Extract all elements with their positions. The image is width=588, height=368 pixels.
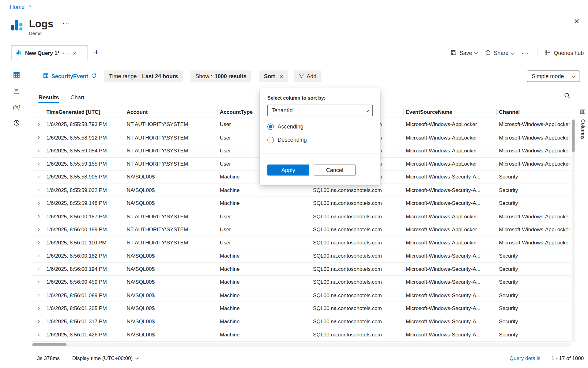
row-expand-icon[interactable] <box>36 149 40 152</box>
ascending-radio[interactable] <box>267 123 274 130</box>
toolbar-more-button[interactable]: ··· <box>522 50 530 56</box>
table-row[interactable]: 1/6/2025, 8:56:00.182 PM NA\SQL00$ Machi… <box>32 249 571 263</box>
cell-timegenerated: 1/6/2025, 8:56:01.317 PM <box>44 315 124 328</box>
row-expand-icon[interactable] <box>36 175 40 179</box>
cell-account: NA\SQL00$ <box>124 289 217 302</box>
row-expand-icon[interactable] <box>36 241 40 244</box>
table-row[interactable]: 1/6/2025, 8:56:00.187 PM NT AUTHORITY\SY… <box>32 210 571 223</box>
share-button[interactable]: Share <box>485 49 514 57</box>
row-expand-icon[interactable] <box>36 320 40 323</box>
query-tab[interactable]: New Query 1* ··· × <box>11 45 87 60</box>
logs-app-icon <box>10 18 24 34</box>
column-header-eventsourcename[interactable]: EventSourceName <box>403 106 496 117</box>
refresh-icon[interactable] <box>91 73 96 79</box>
horizontal-scrollbar-thumb[interactable] <box>32 343 67 346</box>
display-time-dropdown[interactable]: Display time (UTC+00:00) <box>72 355 138 361</box>
cell-eventsourcename: Microsoft-Windows-Security-A... <box>403 302 496 315</box>
cell-account: NT AUTHORITY\SYSTEM <box>124 131 217 144</box>
mode-value: Simple mode <box>532 73 564 79</box>
table-source-button[interactable]: SecurityEvent <box>43 73 96 79</box>
query-tab-icon <box>16 49 22 57</box>
row-expand-icon[interactable] <box>36 228 40 231</box>
table-row[interactable]: 1/6/2025, 8:55:59.032 PM NA\SQL00$ Machi… <box>32 184 571 197</box>
query-history-button[interactable] <box>11 117 22 128</box>
query-tab-close-icon[interactable]: × <box>73 50 76 56</box>
save-button[interactable]: Save <box>451 49 477 57</box>
descending-option[interactable]: Descending <box>267 136 373 144</box>
descending-radio[interactable] <box>267 136 274 143</box>
cell-eventsourcename: Microsoft-Windows-Security-A... <box>403 184 496 197</box>
cell-eventsourcename: Microsoft-Windows-Security-A... <box>403 289 496 302</box>
breadcrumb-home-link[interactable]: Home <box>10 4 24 10</box>
row-expand-icon[interactable] <box>36 162 40 166</box>
row-expand-icon[interactable] <box>36 136 40 139</box>
page-more-button[interactable]: ··· <box>62 20 70 26</box>
ascending-option[interactable]: Ascending <box>267 123 373 130</box>
cell-timegenerated: 1/6/2025, 8:55:59.155 PM <box>44 158 124 171</box>
table-row[interactable]: 1/6/2025, 8:55:59.148 PM NA\SQL00$ Machi… <box>32 197 571 210</box>
sort-remove-icon[interactable]: × <box>280 73 283 79</box>
row-expand-icon[interactable] <box>36 254 40 258</box>
row-expand-icon[interactable] <box>36 123 40 126</box>
functions-pane-button[interactable]: {fx} <box>11 101 22 112</box>
cell-eventsourcename: Microsoft-Windows-AppLocker <box>403 144 496 157</box>
row-expand-icon[interactable] <box>36 202 40 205</box>
cell-channel: Security <box>496 328 571 341</box>
breadcrumb: Home <box>10 4 30 10</box>
cell-computer: SQL00.na.contosohotels.com <box>310 210 403 223</box>
time-range-label: Time range : <box>109 73 140 79</box>
columns-panel-button[interactable]: Columns <box>578 109 588 140</box>
sort-pill[interactable]: Sort × <box>259 71 288 82</box>
sort-column-dropdown[interactable]: TenantId <box>267 105 373 116</box>
table-row[interactable]: 1/6/2025, 8:56:01.089 PM NA\SQL00$ Machi… <box>32 289 571 302</box>
sort-popup-title: Select column to sort by: <box>267 95 373 101</box>
add-filter-pill[interactable]: Add <box>294 71 321 82</box>
row-expand-icon[interactable] <box>36 294 40 297</box>
cell-timegenerated: 1/6/2025, 8:56:01.110 PM <box>44 236 124 249</box>
cell-timegenerated: 1/6/2025, 8:55:58.905 PM <box>44 171 124 183</box>
table-row[interactable]: 1/6/2025, 8:56:01.205 PM NA\SQL00$ Machi… <box>32 302 571 315</box>
cell-timegenerated: 1/6/2025, 8:56:00.182 PM <box>44 249 124 262</box>
filter-icon <box>299 73 304 79</box>
table-row[interactable]: 1/6/2025, 8:56:00.459 PM NA\SQL00$ Machi… <box>32 276 571 289</box>
cell-channel: Security <box>496 171 571 183</box>
show-results-pill[interactable]: Show : 1000 results <box>190 71 251 82</box>
column-header-account[interactable]: Account <box>124 106 217 117</box>
table-row[interactable]: 1/6/2025, 8:56:01.317 PM NA\SQL00$ Machi… <box>32 315 571 328</box>
new-tab-button[interactable]: + <box>94 47 99 57</box>
row-expand-icon[interactable] <box>36 281 40 284</box>
queries-hub-button[interactable]: Queries hub <box>545 49 584 57</box>
row-expand-icon[interactable] <box>36 267 40 271</box>
apply-button[interactable]: Apply <box>267 165 309 176</box>
vertical-scrollbar-thumb[interactable] <box>572 120 575 152</box>
table-row[interactable]: 1/6/2025, 8:56:01.426 PM NA\SQL00$ Machi… <box>32 328 571 342</box>
tab-results[interactable]: Results <box>38 92 59 102</box>
query-details-link[interactable]: Query details <box>510 355 541 361</box>
cell-timegenerated: 1/6/2025, 8:55:59.054 PM <box>44 144 124 157</box>
table-row[interactable]: 1/6/2025, 8:56:01.110 PM NT AUTHORITY\SY… <box>32 236 571 250</box>
search-icon[interactable] <box>564 93 571 101</box>
column-header-timegenerated[interactable]: TimeGenerated [UTC] <box>44 106 124 117</box>
cell-account: NA\SQL00$ <box>124 276 217 289</box>
tables-pane-button[interactable] <box>11 69 22 80</box>
tab-chart[interactable]: Chart <box>70 92 85 102</box>
horizontal-scrollbar[interactable] <box>32 343 571 347</box>
queries-pane-button[interactable] <box>11 85 22 96</box>
row-expand-icon[interactable] <box>36 307 40 310</box>
column-header-channel[interactable]: Channel <box>496 106 571 117</box>
cell-timegenerated: 1/6/2025, 8:56:01.205 PM <box>44 302 124 315</box>
cell-eventsourcename: Microsoft-Windows-Security-A... <box>403 315 496 328</box>
close-icon[interactable]: × <box>574 17 579 26</box>
row-expand-icon[interactable] <box>36 333 40 336</box>
mode-dropdown[interactable]: Simple mode <box>527 71 580 82</box>
table-row[interactable]: 1/6/2025, 8:56:00.194 PM NA\SQL00$ Machi… <box>32 263 571 276</box>
cell-channel: Security <box>496 302 571 315</box>
cancel-button[interactable]: Cancel <box>314 165 356 176</box>
query-tab-more-button[interactable]: ··· <box>63 50 70 56</box>
cell-computer: SQL00.na.contosohotels.com <box>310 289 403 302</box>
cell-computer: SQL00.na.contosohotels.com <box>310 184 403 197</box>
table-row[interactable]: 1/6/2025, 8:56:00.199 PM NT AUTHORITY\SY… <box>32 223 571 236</box>
time-range-pill[interactable]: Time range : Last 24 hours <box>104 71 183 82</box>
row-expand-icon[interactable] <box>36 215 40 218</box>
row-expand-icon[interactable] <box>36 189 40 192</box>
